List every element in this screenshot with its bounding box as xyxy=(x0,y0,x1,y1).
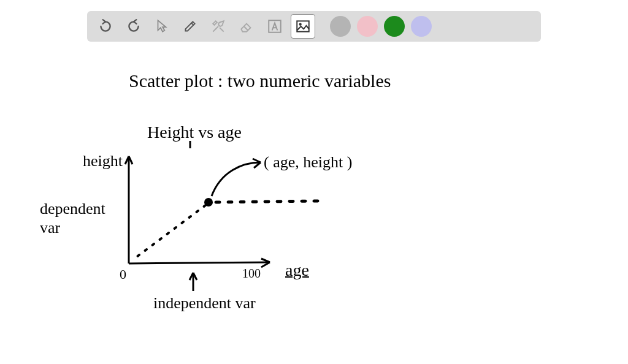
point-label: ( age, height ) xyxy=(264,153,352,172)
chart-title-text: Height vs age xyxy=(147,123,242,142)
color-swatch-pink[interactable] xyxy=(357,16,378,37)
x-tick-100: 100 xyxy=(242,267,261,281)
image-icon xyxy=(295,18,311,34)
color-swatch-green[interactable] xyxy=(384,16,405,37)
text-icon xyxy=(267,18,283,34)
y-axis-description: dependent var xyxy=(40,199,113,237)
color-swatch-gray[interactable] xyxy=(330,16,351,37)
pen-icon xyxy=(182,18,198,34)
redo-icon xyxy=(126,18,142,34)
undo-button[interactable] xyxy=(93,14,118,39)
tools-button[interactable] xyxy=(206,14,231,39)
note-title: Scatter plot : two numeric variables xyxy=(129,70,391,91)
eraser-tool-button[interactable] xyxy=(234,14,259,39)
svg-line-0 xyxy=(191,23,193,25)
image-tool-button[interactable] xyxy=(291,14,315,39)
pointer-tool-button[interactable] xyxy=(150,14,174,39)
svg-point-5 xyxy=(204,198,213,207)
eraser-icon xyxy=(239,18,255,34)
y-axis-desc-text: dependent var xyxy=(40,199,113,237)
color-swatch-lavender[interactable] xyxy=(411,16,432,37)
x-tick-0: 0 xyxy=(120,267,126,282)
svg-line-1 xyxy=(244,26,248,31)
text-tool-button[interactable] xyxy=(262,14,287,39)
x-axis-description: independent var xyxy=(153,294,256,313)
svg-point-4 xyxy=(299,23,302,26)
whiteboard-canvas[interactable]: Scatter plot : two numeric variables Hei… xyxy=(0,49,628,364)
x-axis-label: age xyxy=(285,260,309,280)
redo-button[interactable] xyxy=(121,14,146,39)
pointer-icon xyxy=(154,18,170,34)
pen-tool-button[interactable] xyxy=(178,14,202,39)
y-axis-label: height xyxy=(83,152,123,170)
drawing-toolbar xyxy=(87,11,541,42)
undo-icon xyxy=(98,18,113,34)
tools-icon xyxy=(210,18,226,34)
